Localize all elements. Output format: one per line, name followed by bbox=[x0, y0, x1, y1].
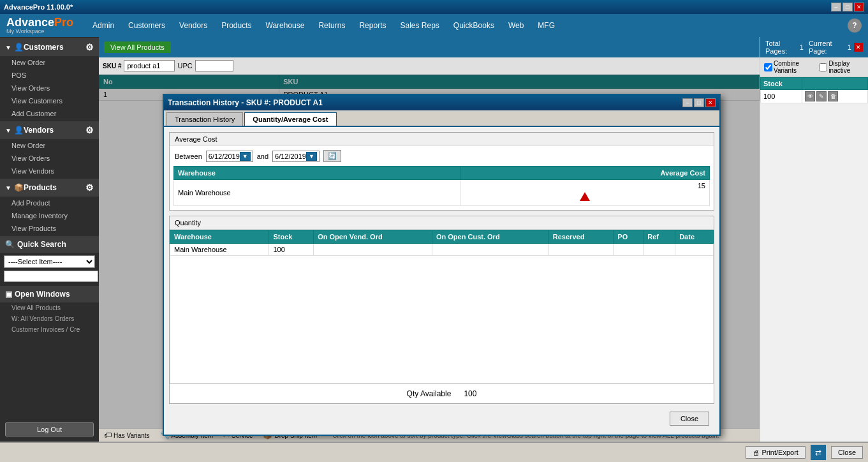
edit-icon[interactable]: ✎ bbox=[816, 91, 827, 101]
open-windows-icon: ▣ bbox=[5, 290, 12, 299]
upc-label: UPC bbox=[177, 62, 192, 70]
printer-icon: 🖨 bbox=[753, 449, 760, 456]
log-out-button[interactable]: Log Out bbox=[5, 422, 94, 436]
dialog-title-bar: Transaction History - SKU #: PRODUCT A1 … bbox=[164, 95, 719, 110]
display-inactive-checkbox-label[interactable]: Display inactive bbox=[819, 60, 864, 74]
dialog-maximize-button[interactable]: □ bbox=[694, 98, 704, 107]
sku-search-area: SKU # UPC bbox=[99, 57, 760, 75]
qty-col-date: Date bbox=[675, 230, 714, 244]
between-label: Between bbox=[175, 153, 202, 160]
dialog-close-button[interactable]: Close bbox=[670, 412, 709, 426]
sidebar-open-customer-invoices[interactable]: Customer Invoices / Cre bbox=[0, 324, 99, 335]
date-from-dropdown[interactable]: ▼ bbox=[240, 152, 251, 161]
dialog-minimize-button[interactable]: – bbox=[682, 98, 693, 107]
print-export-button[interactable]: 🖨 Print/Export bbox=[746, 446, 805, 459]
sidebar-item-view-orders-customers[interactable]: View Orders bbox=[0, 82, 99, 94]
customers-gear-icon[interactable]: ⚙ bbox=[85, 42, 94, 52]
sidebar-products-header[interactable]: ▼ 📦 Products ⚙ bbox=[0, 179, 99, 197]
tab-quantity-average-cost[interactable]: Quantity/Average Cost bbox=[244, 112, 336, 126]
minimize-button[interactable]: – bbox=[831, 3, 841, 11]
menu-returns[interactable]: Returns bbox=[312, 19, 351, 33]
sidebar-item-add-product[interactable]: Add Product bbox=[0, 197, 99, 209]
sidebar-item-new-order-vendors[interactable]: New Order bbox=[0, 139, 99, 152]
avg-cost-section-label: Average Cost bbox=[170, 133, 714, 146]
menu-admin[interactable]: Admin bbox=[86, 19, 121, 33]
customers-label: Customers bbox=[24, 43, 64, 52]
menu-warehouse[interactable]: Warehouse bbox=[260, 19, 311, 33]
right-panel: Total Pages: 1 Current Page: 1 ✕ Combine… bbox=[760, 37, 868, 442]
sidebar-item-view-customers[interactable]: View Customers bbox=[0, 94, 99, 107]
date-filter-row: Between 6/12/2019 ▼ and 6/12/2019 ▼ bbox=[170, 146, 714, 166]
main-top-bar: View All Products bbox=[99, 37, 760, 57]
sidebar-item-view-products[interactable]: View Products bbox=[0, 222, 99, 235]
vendors-gear-icon[interactable]: ⚙ bbox=[85, 125, 94, 135]
display-inactive-checkbox[interactable] bbox=[819, 63, 827, 71]
view-icon[interactable]: 👁 bbox=[805, 91, 815, 101]
sidebar-vendors-header[interactable]: ▼ 👤 Vendors ⚙ bbox=[0, 121, 99, 139]
tab-transaction-history[interactable]: Transaction History bbox=[166, 112, 243, 126]
and-label: and bbox=[257, 153, 268, 160]
sidebar-item-view-orders-vendors[interactable]: View Orders bbox=[0, 152, 99, 165]
avg-col-warehouse: Warehouse bbox=[174, 167, 460, 180]
date-to-value: 6/12/2019 bbox=[275, 153, 306, 160]
menu-vendors[interactable]: Vendors bbox=[173, 19, 214, 33]
menu-sales-reps[interactable]: Sales Reps bbox=[394, 19, 445, 33]
quick-search-select[interactable]: ----Select Item---- bbox=[4, 255, 95, 268]
sidebar-open-all-vendors-orders[interactable]: W: All Vendors Orders bbox=[0, 313, 99, 324]
combine-variants-checkbox[interactable] bbox=[764, 63, 772, 71]
dialog-title-text: Transaction History - SKU #: PRODUCT A1 bbox=[168, 98, 323, 107]
has-variants-icon: 🏷 bbox=[104, 431, 112, 440]
date-to-dropdown[interactable]: ▼ bbox=[306, 152, 317, 161]
sidebar-open-view-all-products[interactable]: View All Products bbox=[0, 302, 99, 313]
date-from-value: 6/12/2019 bbox=[209, 153, 240, 160]
logo-advance: Advance bbox=[6, 16, 54, 29]
combine-variants-label: Combine Variants bbox=[774, 60, 814, 74]
right-col-actions bbox=[802, 78, 868, 90]
qty-row-1: Main Warehouse 100 bbox=[170, 244, 714, 256]
sidebar: ▼ 👤 Customers ⚙ New Order POS View Order… bbox=[0, 37, 99, 442]
products-gear-icon[interactable]: ⚙ bbox=[85, 183, 94, 193]
close-button[interactable]: ✕ bbox=[854, 3, 864, 11]
menu-quickbooks[interactable]: QuickBooks bbox=[447, 19, 501, 33]
view-all-products-button[interactable]: View All Products bbox=[104, 41, 171, 53]
dialog-tabs: Transaction History Quantity/Average Cos… bbox=[164, 110, 719, 127]
vendors-arrow-icon: ▼ bbox=[5, 127, 11, 134]
menu-web[interactable]: Web bbox=[502, 19, 530, 33]
sku-label: SKU # bbox=[103, 63, 121, 70]
qty-ref bbox=[644, 244, 675, 256]
help-button[interactable]: ? bbox=[848, 19, 862, 33]
menu-products[interactable]: Products bbox=[215, 19, 258, 33]
page-close-button[interactable]: ✕ bbox=[854, 43, 863, 52]
open-windows-label: Open Windows bbox=[15, 290, 70, 299]
sidebar-item-pos[interactable]: POS bbox=[0, 69, 99, 82]
combine-variants-checkbox-label[interactable]: Combine Variants bbox=[764, 60, 814, 74]
quick-search-input[interactable] bbox=[4, 271, 98, 282]
current-page-label: Current Page: bbox=[809, 40, 848, 55]
sidebar-customers-header[interactable]: ▼ 👤 Customers ⚙ bbox=[0, 38, 99, 56]
nav-icon[interactable]: ⇄ bbox=[811, 445, 826, 460]
products-arrow-icon: ▼ bbox=[5, 184, 11, 191]
vendors-label: Vendors bbox=[24, 126, 54, 135]
menu-bar: AdvancePro My Workspace Admin Customers … bbox=[0, 14, 868, 37]
menu-mfg[interactable]: MFG bbox=[531, 19, 561, 33]
maximize-button[interactable]: □ bbox=[842, 3, 853, 11]
upc-input[interactable] bbox=[195, 60, 233, 71]
quick-search-header: 🔍 Quick Search bbox=[0, 236, 99, 253]
qty-available-label: Qty Available bbox=[407, 389, 452, 398]
footer-close-button[interactable]: Close bbox=[831, 446, 863, 459]
sidebar-item-view-vendors[interactable]: View Vendors bbox=[0, 165, 99, 177]
sidebar-item-add-customer[interactable]: Add Customer bbox=[0, 107, 99, 120]
date-search-button[interactable]: 🔄 bbox=[323, 150, 341, 162]
sidebar-item-new-order-customers[interactable]: New Order bbox=[0, 56, 99, 69]
delete-icon[interactable]: 🗑 bbox=[828, 91, 838, 101]
sidebar-item-manage-inventory[interactable]: Manage Inventory bbox=[0, 209, 99, 222]
qty-stock: 100 bbox=[269, 244, 314, 256]
dialog-close-x-button[interactable]: ✕ bbox=[705, 98, 716, 107]
sku-input[interactable] bbox=[124, 60, 175, 71]
qty-col-reserved: Reserved bbox=[548, 230, 614, 244]
menu-reports[interactable]: Reports bbox=[353, 19, 392, 33]
up-arrow-icon bbox=[580, 192, 590, 201]
print-export-label: Print/Export bbox=[761, 449, 798, 456]
logo-text: AdvancePro bbox=[6, 17, 73, 28]
menu-customers[interactable]: Customers bbox=[122, 19, 172, 33]
